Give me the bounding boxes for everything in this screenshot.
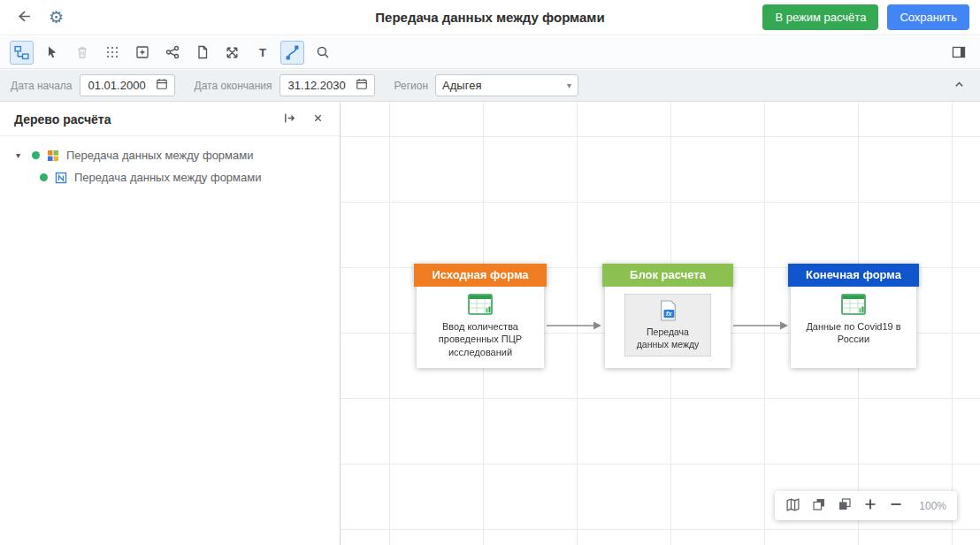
end-date-field: [279, 74, 375, 96]
snap-grid-icon[interactable]: [100, 41, 124, 65]
tree-item-label: Передача данных между формами: [74, 171, 261, 184]
send-backward-button[interactable]: [838, 497, 852, 514]
bring-forward-button[interactable]: [812, 497, 826, 514]
map-icon: [785, 497, 800, 515]
close-panel-button[interactable]: [310, 111, 325, 128]
node-source-form[interactable]: Исходная форма Ввод количества проведенн…: [414, 264, 547, 368]
app-window: ⚙ Передача данных между формами В режим …: [0, 0, 980, 545]
collapse-to-right-icon: [283, 111, 296, 127]
zoom-out-icon: [889, 497, 903, 514]
end-date-input[interactable]: [287, 78, 352, 93]
status-dot: [32, 151, 40, 159]
arrow-left-icon: [16, 9, 31, 27]
node-label: Данные по Covid19 в России: [796, 320, 911, 346]
close-icon: [312, 112, 324, 127]
svg-text:T: T: [259, 46, 266, 59]
tree-body: ▾ Передача данных между формами Передача…: [0, 136, 340, 188]
node-header: Исходная форма: [414, 264, 547, 287]
send-backward-icon: [838, 497, 852, 514]
back-button[interactable]: [14, 7, 33, 28]
zoom-toolbar: 100%: [775, 491, 957, 520]
tree-panel-header: Дерево расчёта: [0, 103, 340, 136]
gear-icon: ⚙: [49, 9, 64, 26]
calendar-icon: [156, 78, 168, 93]
svg-text:fx: fx: [666, 310, 672, 318]
node-label: Передача данных между: [631, 326, 705, 350]
start-date-calendar-button[interactable]: [152, 78, 168, 93]
settings-button[interactable]: ⚙: [47, 7, 65, 27]
node-body: Данные по Covid19 в России: [791, 287, 916, 368]
header-left: ⚙: [0, 7, 65, 28]
flow-lines-icon[interactable]: [280, 41, 304, 65]
tree-item-root[interactable]: ▾ Передача данных между формами: [0, 144, 340, 166]
start-date-field: [80, 74, 175, 96]
collapse-filters-button[interactable]: [949, 74, 969, 97]
node-header: Блок расчета: [602, 264, 733, 287]
node-body: fx Передача данных между: [605, 287, 731, 368]
calc-tree-panel: Дерево расчёта ▾: [0, 103, 341, 545]
connections-icon[interactable]: [160, 41, 184, 65]
chevron-down-icon: ▾: [567, 81, 571, 90]
end-date-label: Дата окончания: [195, 80, 272, 92]
node-body: Ввод количества проведенных ПЦР исследов…: [417, 287, 544, 368]
document-icon[interactable]: [190, 41, 214, 65]
search-icon[interactable]: [310, 41, 334, 65]
calc-form-icon: [55, 172, 67, 184]
minimap-button[interactable]: [785, 497, 800, 515]
main-content: Дерево расчёта ▾: [0, 103, 980, 545]
node-final-form[interactable]: Конечная форма Данные по Covid19 в Росси…: [788, 264, 919, 368]
select-pointer-icon[interactable]: [40, 41, 64, 65]
add-node-icon[interactable]: [130, 41, 154, 65]
bring-forward-icon: [812, 497, 826, 514]
pin-panel-button[interactable]: [281, 110, 298, 129]
zoom-level: 100%: [915, 500, 946, 512]
edge-connector[interactable]: [733, 320, 788, 334]
diagram-canvas[interactable]: Исходная форма Ввод количества проведенн…: [341, 103, 980, 545]
delete-icon[interactable]: [70, 41, 94, 65]
calc-inner-box: fx Передача данных между: [624, 294, 711, 357]
text-tool-icon[interactable]: T: [250, 41, 274, 65]
report-grid-icon: [47, 150, 59, 162]
node-calc-block[interactable]: Блок расчета fx Передача данных между: [602, 264, 733, 368]
calc-mode-button[interactable]: В режим расчёта: [762, 4, 878, 30]
filter-bar: Дата начала Дата окончания Регион Адыгея…: [0, 70, 980, 102]
end-date-calendar-button[interactable]: [352, 78, 368, 93]
tree-item-child[interactable]: Передача данных между формами: [0, 166, 340, 188]
header-bar: ⚙ Передача данных между формами В режим …: [0, 0, 980, 35]
flowchart-mode-icon[interactable]: [10, 41, 34, 65]
calendar-icon: [356, 78, 368, 93]
tree-item-label: Передача данных между формами: [66, 149, 253, 162]
form-table-icon: [468, 294, 493, 317]
header-actions: В режим расчёта Сохранить: [762, 4, 980, 30]
start-date-label: Дата начала: [11, 80, 73, 92]
save-button[interactable]: Сохранить: [887, 4, 969, 30]
toolbar: T: [0, 36, 980, 69]
region-label: Регион: [394, 80, 429, 92]
toggle-panel-icon[interactable]: [946, 41, 970, 65]
zoom-in-button[interactable]: [863, 497, 877, 514]
fx-document-icon: fx: [658, 299, 678, 324]
form-table-icon: [841, 294, 866, 317]
zoom-out-button[interactable]: [889, 497, 903, 514]
start-date-input[interactable]: [87, 78, 152, 93]
fit-screen-icon[interactable]: [220, 41, 244, 65]
region-value: Адыгея: [442, 79, 481, 92]
zoom-in-icon: [863, 497, 877, 514]
region-select[interactable]: Адыгея ▾: [435, 74, 578, 96]
node-label: Ввод количества проведенных ПЦР исследов…: [422, 320, 539, 358]
edge-connector[interactable]: [547, 320, 601, 334]
tree-panel-title: Дерево расчёта: [14, 112, 111, 127]
node-header: Конечная форма: [788, 264, 919, 287]
chevron-up-icon: [953, 78, 966, 94]
status-dot: [40, 173, 48, 181]
expander-caret-icon[interactable]: ▾: [16, 150, 25, 160]
